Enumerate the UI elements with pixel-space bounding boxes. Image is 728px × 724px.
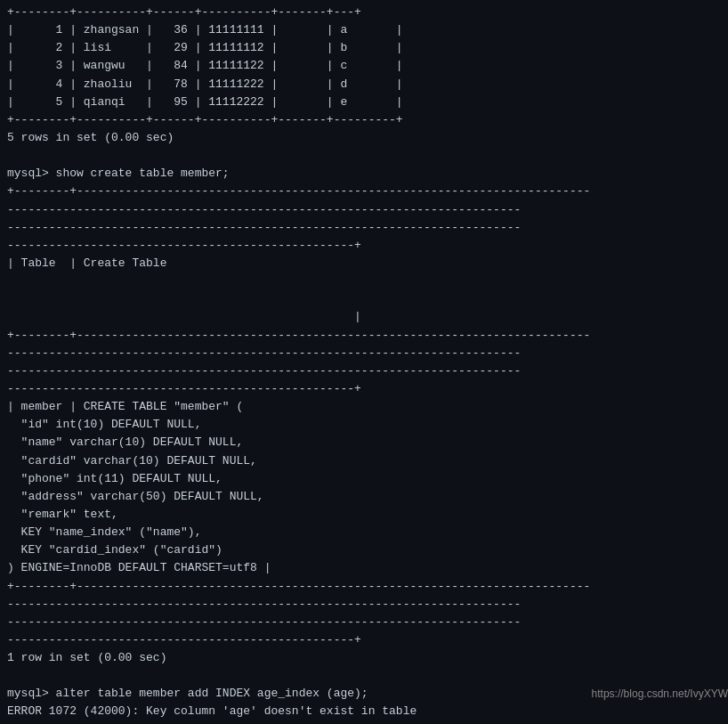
terminal-window: +--------+----------+------+----------+-… <box>0 0 728 724</box>
terminal-output: +--------+----------+------+----------+-… <box>7 4 721 721</box>
watermark-text: https://blog.csdn.net/IvyXYW <box>592 686 728 702</box>
